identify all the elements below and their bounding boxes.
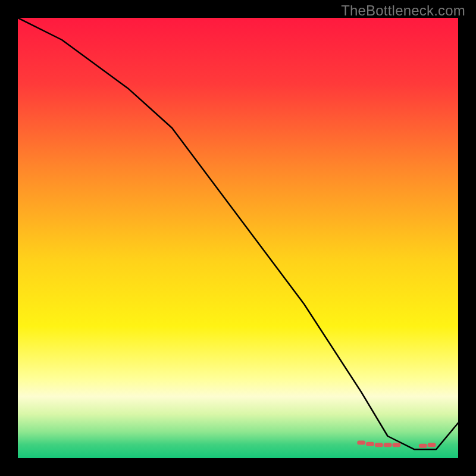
chart-svg: [18, 18, 458, 458]
plot-area: [18, 18, 458, 458]
marker-optimal-range: [366, 442, 374, 446]
marker-optimal-range: [428, 443, 436, 447]
marker-optimal-range: [392, 443, 400, 447]
chart-container: TheBottleneck.com: [0, 0, 476, 476]
gradient-background: [18, 18, 458, 458]
marker-optimal-range: [419, 444, 427, 448]
attribution-text: TheBottleneck.com: [341, 2, 465, 19]
marker-optimal-range: [375, 443, 383, 447]
marker-optimal-range: [384, 443, 392, 447]
marker-optimal-range: [357, 441, 365, 445]
